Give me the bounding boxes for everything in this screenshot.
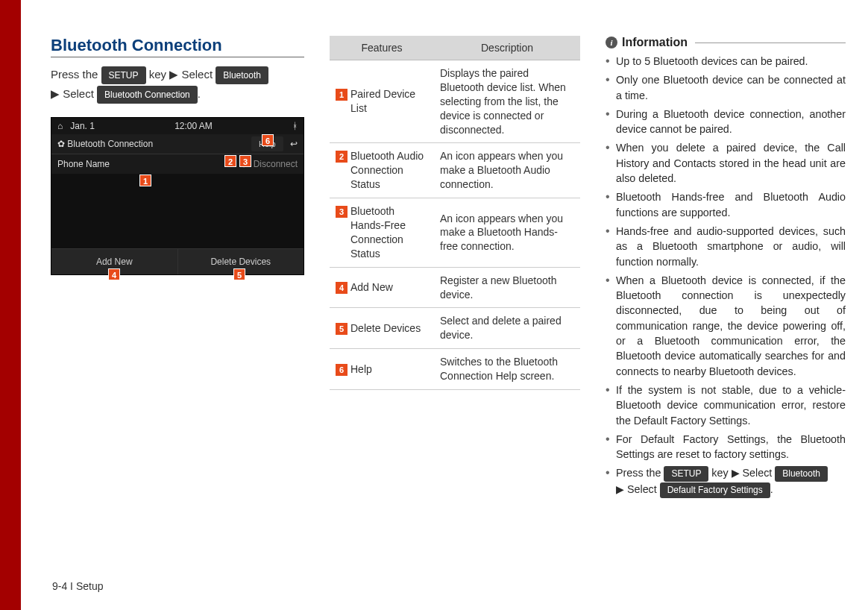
bluetooth-connection-chip: Bluetooth Connection — [97, 86, 198, 104]
instr-press: Press the — [51, 68, 101, 81]
table-head-description: Description — [434, 36, 580, 60]
feature-num: 5 — [336, 323, 347, 335]
table-row: 3Bluetooth Hands-Free Connection Status … — [330, 198, 580, 268]
instr-keyselect: key ▶ Select — [146, 68, 216, 81]
li-press: Press the — [616, 467, 664, 479]
setup-key-button: SETUP — [101, 66, 146, 84]
table-head-features: Features — [330, 36, 434, 60]
column-right: i Information Up to 5 Bluetooth devices … — [606, 36, 846, 588]
feature-num: 6 — [336, 364, 347, 376]
gear-icon: ✿ — [57, 139, 65, 149]
table-row: 2Bluetooth Audio Connection Status An ic… — [330, 143, 580, 198]
list-item-last: Press the SETUP key ▶ Select Bluetooth ▶… — [606, 465, 846, 497]
column-middle: Features Description 1Paired Device List… — [330, 36, 580, 588]
title-underline — [51, 57, 304, 57]
device-time: 12:00 AM — [174, 121, 213, 131]
information-heading: i Information — [606, 36, 846, 49]
bluetooth-chip: Bluetooth — [775, 466, 828, 482]
device-date: Jan. 1 — [70, 121, 95, 131]
section-title: Bluetooth Connection — [51, 36, 304, 55]
table-row: 1Paired Device List Displays the paired … — [330, 60, 580, 143]
list-item: Only one Bluetooth device can be connect… — [606, 72, 846, 103]
feature-name: Delete Devices — [350, 321, 428, 336]
back-icon[interactable]: ↩ — [290, 139, 298, 149]
li-keyselect: key ▶ Select — [708, 467, 775, 479]
features-table: Features Description 1Paired Device List… — [330, 36, 580, 390]
list-item: For Default Factory Settings, the Blueto… — [606, 432, 846, 462]
callout-2: 2 — [224, 155, 236, 167]
list-item: If the system is not stable, due to a ve… — [606, 383, 846, 428]
feature-name: Help — [350, 362, 428, 377]
callout-6: 6 — [262, 134, 274, 146]
feature-name: Bluetooth Hands-Free Connection Status — [350, 204, 428, 261]
feature-desc: Switches to the Bluetooth Connection Hel… — [434, 349, 580, 390]
table-row: 6Help Switches to the Bluetooth Connecti… — [330, 349, 580, 390]
device-list-row[interactable]: Phone Name ♪ ✆ Disconnect — [51, 154, 304, 174]
instr-period: . — [198, 87, 201, 100]
table-row: 5Delete Devices Select and delete a pair… — [330, 308, 580, 349]
device-list-body — [51, 174, 304, 248]
page-number: 9-4 I Setup — [52, 580, 104, 592]
feature-desc: An icon appears when you make a Bluetoot… — [434, 143, 580, 198]
column-left: Bluetooth Connection Press the SETUP key… — [51, 36, 304, 588]
feature-desc: Displays the paired Bluetooth device lis… — [434, 60, 580, 143]
feature-name: Paired Device List — [350, 87, 428, 116]
feature-num: 3 — [336, 206, 347, 218]
info-icon: i — [606, 37, 617, 48]
device-bottom-bar: Add New Delete Devices — [51, 248, 304, 274]
feature-num: 4 — [336, 282, 347, 294]
heading-line — [695, 43, 846, 43]
information-list: Up to 5 Bluetooth devices can be paired.… — [606, 54, 846, 498]
device-status-bar: ⌂ Jan. 1 12:00 AM ᚼ — [51, 118, 304, 134]
li-select: ▶ Select — [616, 483, 660, 495]
instr-select: ▶ Select — [51, 87, 97, 100]
feature-name: Add New — [350, 280, 428, 295]
callout-4: 4 — [108, 268, 120, 280]
home-icon: ⌂ — [57, 121, 63, 131]
list-item: Hands-free and audio-supported devices, … — [606, 224, 846, 269]
information-heading-text: Information — [622, 36, 688, 49]
list-item: Bluetooth Hands-free and Bluetooth Audio… — [606, 189, 846, 220]
list-item: Up to 5 Bluetooth devices can be paired. — [606, 54, 846, 69]
feature-desc: Register a new Bluetooth device. — [434, 267, 580, 308]
list-item: When you delete a paired device, the Cal… — [606, 140, 846, 186]
feature-num: 1 — [336, 89, 347, 101]
callout-3: 3 — [239, 155, 251, 167]
page-content: Bluetooth Connection Press the SETUP key… — [51, 36, 846, 588]
device-screen-title: Bluetooth Connection — [67, 139, 153, 149]
disconnect-label[interactable]: Disconnect — [254, 159, 298, 169]
feature-desc: An icon appears when you make a Bluetoot… — [434, 198, 580, 268]
instruction-text: Press the SETUP key ▶ Select Bluetooth ▶… — [51, 65, 304, 104]
left-red-bar — [0, 0, 21, 610]
li-period: . — [770, 483, 773, 495]
callout-1: 1 — [139, 174, 151, 186]
feature-num: 2 — [336, 151, 347, 163]
bluetooth-icon: ᚼ — [292, 121, 298, 131]
list-item: During a Bluetooth device connection, an… — [606, 107, 846, 137]
setup-key-button: SETUP — [664, 466, 708, 482]
callout-5: 5 — [233, 268, 245, 280]
list-item: When a Bluetooth device is connected, if… — [606, 273, 846, 379]
device-screenshot: ⌂ Jan. 1 12:00 AM ᚼ ✿ Bluetooth Connecti… — [51, 117, 304, 275]
bluetooth-chip: Bluetooth — [216, 66, 268, 84]
feature-name: Bluetooth Audio Connection Status — [350, 149, 428, 192]
table-row: 4Add New Register a new Bluetooth device… — [330, 267, 580, 308]
default-factory-settings-chip: Default Factory Settings — [660, 482, 770, 498]
feature-desc: Select and delete a paired device. — [434, 308, 580, 349]
phone-name-label: Phone Name — [57, 159, 110, 169]
